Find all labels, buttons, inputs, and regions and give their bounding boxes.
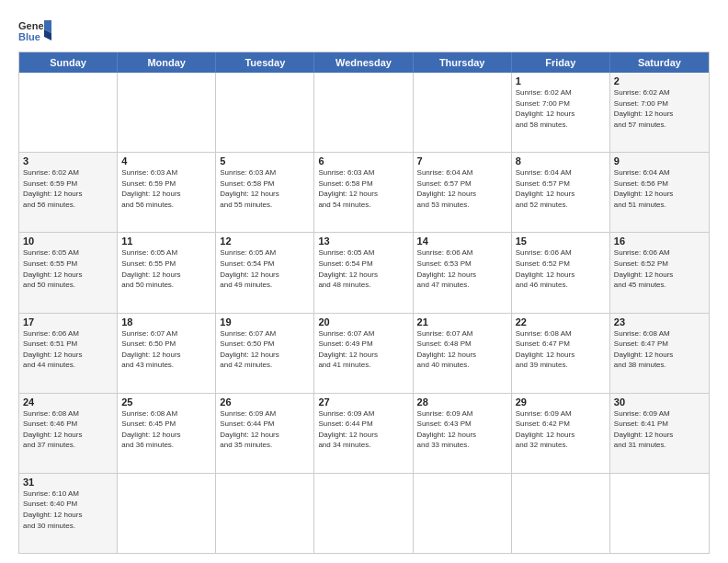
page: General Blue SundayMondayTuesdayWednesda… (0, 0, 728, 563)
day-number: 9 (614, 155, 705, 167)
day-number: 19 (220, 316, 310, 327)
weekday-header-monday: Monday (118, 52, 216, 73)
calendar-cell: 20Sunrise: 6:07 AM Sunset: 6:49 PM Dayli… (314, 314, 413, 393)
day-info: Sunrise: 6:03 AM Sunset: 6:59 PM Dayligh… (121, 167, 211, 210)
calendar-cell: 21Sunrise: 6:07 AM Sunset: 6:48 PM Dayli… (414, 314, 512, 393)
calendar-cell: 16Sunrise: 6:06 AM Sunset: 6:52 PM Dayli… (610, 233, 709, 312)
day-number: 31 (23, 477, 113, 488)
calendar-cell (118, 474, 216, 553)
day-info: Sunrise: 6:05 AM Sunset: 6:55 PM Dayligh… (23, 247, 113, 290)
weekday-header-friday: Friday (512, 52, 610, 73)
day-number: 13 (318, 236, 408, 247)
calendar-cell: 22Sunrise: 6:08 AM Sunset: 6:47 PM Dayli… (512, 314, 610, 393)
day-info: Sunrise: 6:07 AM Sunset: 6:50 PM Dayligh… (121, 328, 211, 371)
day-number: 5 (220, 155, 310, 167)
day-info: Sunrise: 6:02 AM Sunset: 7:00 PM Dayligh… (614, 87, 705, 130)
day-info: Sunrise: 6:07 AM Sunset: 6:50 PM Dayligh… (220, 328, 310, 371)
calendar-cell: 13Sunrise: 6:05 AM Sunset: 6:54 PM Dayli… (314, 233, 413, 312)
day-info: Sunrise: 6:03 AM Sunset: 6:58 PM Dayligh… (220, 167, 310, 210)
day-number: 23 (614, 316, 705, 327)
calendar-cell: 10Sunrise: 6:05 AM Sunset: 6:55 PM Dayli… (19, 233, 118, 312)
calendar-cell: 23Sunrise: 6:08 AM Sunset: 6:47 PM Dayli… (610, 314, 709, 393)
calendar-row-1: 3Sunrise: 6:02 AM Sunset: 6:59 PM Daylig… (19, 152, 709, 232)
calendar-cell: 28Sunrise: 6:09 AM Sunset: 6:43 PM Dayli… (414, 394, 512, 473)
calendar-cell: 6Sunrise: 6:03 AM Sunset: 6:58 PM Daylig… (314, 153, 413, 232)
calendar-cell (118, 73, 216, 152)
day-number: 4 (121, 155, 211, 167)
calendar-row-0: 1Sunrise: 6:02 AM Sunset: 7:00 PM Daylig… (19, 73, 709, 152)
day-number: 27 (318, 396, 408, 408)
svg-text:Blue: Blue (18, 31, 40, 42)
day-info: Sunrise: 6:08 AM Sunset: 6:47 PM Dayligh… (516, 328, 606, 371)
calendar-cell: 24Sunrise: 6:08 AM Sunset: 6:46 PM Dayli… (19, 394, 118, 473)
day-number: 22 (516, 316, 606, 327)
weekday-header-thursday: Thursday (414, 52, 512, 73)
weekday-header-sunday: Sunday (19, 52, 118, 73)
calendar-cell (314, 73, 413, 152)
day-info: Sunrise: 6:08 AM Sunset: 6:45 PM Dayligh… (121, 408, 211, 451)
day-number: 21 (417, 316, 507, 327)
day-number: 11 (121, 236, 211, 247)
day-info: Sunrise: 6:05 AM Sunset: 6:54 PM Dayligh… (318, 247, 408, 290)
day-info: Sunrise: 6:02 AM Sunset: 6:59 PM Dayligh… (23, 167, 113, 210)
calendar-cell: 3Sunrise: 6:02 AM Sunset: 6:59 PM Daylig… (19, 153, 118, 232)
calendar-cell: 26Sunrise: 6:09 AM Sunset: 6:44 PM Dayli… (216, 394, 314, 473)
day-number: 8 (516, 155, 606, 167)
calendar-cell: 18Sunrise: 6:07 AM Sunset: 6:50 PM Dayli… (118, 314, 216, 393)
day-info: Sunrise: 6:09 AM Sunset: 6:42 PM Dayligh… (516, 408, 606, 451)
day-number: 18 (121, 316, 211, 327)
calendar-cell: 11Sunrise: 6:05 AM Sunset: 6:55 PM Dayli… (118, 233, 216, 312)
day-number: 2 (614, 75, 705, 86)
day-number: 16 (614, 236, 705, 247)
day-info: Sunrise: 6:09 AM Sunset: 6:41 PM Dayligh… (614, 408, 705, 451)
day-number: 26 (220, 396, 310, 408)
generalblue-logo-icon: General Blue (18, 17, 51, 44)
calendar-cell: 9Sunrise: 6:04 AM Sunset: 6:56 PM Daylig… (610, 153, 709, 232)
day-info: Sunrise: 6:09 AM Sunset: 6:44 PM Dayligh… (220, 408, 310, 451)
day-info: Sunrise: 6:08 AM Sunset: 6:46 PM Dayligh… (23, 408, 113, 451)
calendar-cell: 30Sunrise: 6:09 AM Sunset: 6:41 PM Dayli… (610, 394, 709, 473)
weekday-header-tuesday: Tuesday (216, 52, 314, 73)
logo: General Blue (18, 17, 51, 44)
day-number: 7 (417, 155, 507, 167)
day-number: 25 (121, 396, 211, 408)
day-number: 17 (23, 316, 113, 327)
day-info: Sunrise: 6:05 AM Sunset: 6:55 PM Dayligh… (121, 247, 211, 290)
day-number: 15 (516, 236, 606, 247)
calendar-cell: 17Sunrise: 6:06 AM Sunset: 6:51 PM Dayli… (19, 314, 118, 393)
day-info: Sunrise: 6:04 AM Sunset: 6:56 PM Dayligh… (614, 167, 705, 210)
day-number: 10 (23, 236, 113, 247)
calendar-cell (512, 474, 610, 553)
calendar-cell: 29Sunrise: 6:09 AM Sunset: 6:42 PM Dayli… (512, 394, 610, 473)
day-info: Sunrise: 6:09 AM Sunset: 6:44 PM Dayligh… (318, 408, 408, 451)
day-info: Sunrise: 6:06 AM Sunset: 6:51 PM Dayligh… (23, 328, 113, 371)
calendar-cell (19, 73, 118, 152)
day-info: Sunrise: 6:04 AM Sunset: 6:57 PM Dayligh… (417, 167, 507, 210)
calendar-row-4: 24Sunrise: 6:08 AM Sunset: 6:46 PM Dayli… (19, 393, 709, 473)
day-number: 14 (417, 236, 507, 247)
calendar-cell: 31Sunrise: 6:10 AM Sunset: 6:40 PM Dayli… (19, 474, 118, 553)
calendar-cell: 5Sunrise: 6:03 AM Sunset: 6:58 PM Daylig… (216, 153, 314, 232)
calendar-cell: 14Sunrise: 6:06 AM Sunset: 6:53 PM Dayli… (414, 233, 512, 312)
calendar-row-2: 10Sunrise: 6:05 AM Sunset: 6:55 PM Dayli… (19, 232, 709, 312)
weekday-header-saturday: Saturday (610, 52, 709, 73)
calendar-body: 1Sunrise: 6:02 AM Sunset: 7:00 PM Daylig… (19, 73, 709, 553)
calendar-cell: 12Sunrise: 6:05 AM Sunset: 6:54 PM Dayli… (216, 233, 314, 312)
calendar-cell (216, 73, 314, 152)
day-number: 1 (516, 75, 606, 86)
day-info: Sunrise: 6:02 AM Sunset: 7:00 PM Dayligh… (516, 87, 606, 130)
calendar-cell (610, 474, 709, 553)
day-info: Sunrise: 6:03 AM Sunset: 6:58 PM Dayligh… (318, 167, 408, 210)
day-number: 20 (318, 316, 408, 327)
day-number: 30 (614, 396, 705, 408)
day-info: Sunrise: 6:04 AM Sunset: 6:57 PM Dayligh… (516, 167, 606, 210)
calendar-cell: 8Sunrise: 6:04 AM Sunset: 6:57 PM Daylig… (512, 153, 610, 232)
calendar-cell: 1Sunrise: 6:02 AM Sunset: 7:00 PM Daylig… (512, 73, 610, 152)
day-info: Sunrise: 6:06 AM Sunset: 6:53 PM Dayligh… (417, 247, 507, 290)
day-info: Sunrise: 6:06 AM Sunset: 6:52 PM Dayligh… (614, 247, 705, 290)
day-number: 12 (220, 236, 310, 247)
day-info: Sunrise: 6:07 AM Sunset: 6:48 PM Dayligh… (417, 328, 507, 371)
calendar-cell: 7Sunrise: 6:04 AM Sunset: 6:57 PM Daylig… (414, 153, 512, 232)
day-number: 28 (417, 396, 507, 408)
day-info: Sunrise: 6:10 AM Sunset: 6:40 PM Dayligh… (23, 488, 113, 531)
